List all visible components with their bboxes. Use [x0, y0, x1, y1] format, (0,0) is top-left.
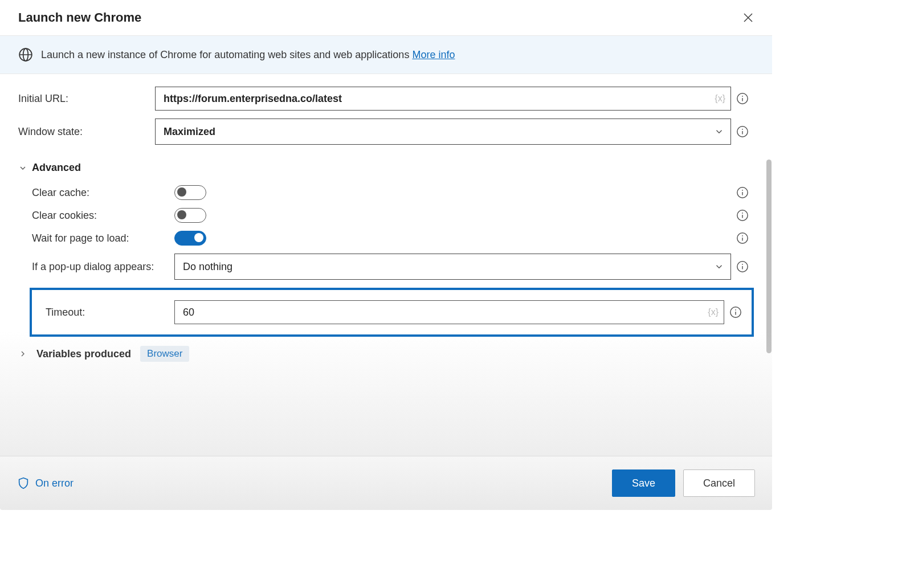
label-initial-url: Initial URL:	[18, 93, 155, 105]
window-state-value: Maximized	[164, 126, 215, 138]
scrollbar-thumb[interactable]	[766, 160, 772, 353]
close-button[interactable]	[738, 10, 758, 25]
row-timeout: Timeout: {x}	[46, 300, 747, 324]
row-popup-dialog: If a pop-up dialog appears: Do nothing	[32, 254, 754, 280]
info-icon[interactable]	[736, 186, 749, 199]
dialog-footer: On error Save Cancel	[0, 456, 772, 510]
shield-icon	[17, 477, 30, 489]
advanced-section-body: Clear cache: Clear cookies:	[18, 185, 754, 337]
on-error-label: On error	[35, 477, 74, 489]
label-timeout: Timeout:	[46, 307, 174, 318]
dialog-body: Initial URL: {x} Window state: Maximized	[0, 74, 772, 450]
info-icon[interactable]	[736, 92, 749, 105]
label-popup-dialog: If a pop-up dialog appears:	[32, 261, 174, 273]
svg-point-15	[742, 213, 743, 214]
row-clear-cookies: Clear cookies:	[32, 208, 754, 223]
svg-point-12	[742, 190, 743, 191]
label-clear-cache: Clear cache:	[32, 187, 174, 199]
info-banner-text: Launch a new instance of Chrome for auto…	[41, 49, 455, 61]
svg-point-18	[742, 235, 743, 236]
variable-chip-browser[interactable]: Browser	[140, 346, 189, 362]
dialog-titlebar: Launch new Chrome	[0, 0, 772, 35]
variables-produced-section[interactable]: Variables produced Browser	[18, 346, 754, 362]
popup-dialog-select[interactable]: Do nothing	[174, 254, 731, 280]
info-banner: Launch a new instance of Chrome for auto…	[0, 35, 772, 74]
form-area: Initial URL: {x} Window state: Maximized	[0, 74, 772, 373]
info-icon[interactable]	[736, 209, 749, 222]
close-icon	[743, 13, 753, 23]
wait-for-page-toggle[interactable]	[174, 231, 206, 246]
timeout-highlight: Timeout: {x}	[30, 288, 754, 337]
cancel-button[interactable]: Cancel	[683, 469, 755, 497]
info-icon[interactable]	[736, 232, 749, 244]
footer-buttons: Save Cancel	[612, 469, 755, 497]
initial-url-input[interactable]	[155, 87, 731, 111]
timeout-input[interactable]	[174, 300, 724, 324]
label-clear-cookies: Clear cookies:	[32, 210, 174, 222]
row-initial-url: Initial URL: {x}	[18, 87, 754, 111]
clear-cache-toggle[interactable]	[174, 185, 206, 200]
more-info-link[interactable]: More info	[412, 49, 455, 60]
dialog-title: Launch new Chrome	[18, 10, 141, 25]
advanced-section-toggle[interactable]: Advanced	[18, 162, 754, 174]
svg-point-24	[735, 309, 736, 311]
clear-cookies-toggle[interactable]	[174, 208, 206, 223]
label-window-state: Window state:	[18, 126, 155, 138]
chevron-down-icon	[18, 164, 27, 173]
save-button[interactable]: Save	[612, 469, 675, 497]
svg-point-6	[742, 96, 743, 97]
popup-dialog-value: Do nothing	[183, 261, 232, 273]
window-state-select[interactable]: Maximized	[155, 119, 731, 145]
advanced-section-label: Advanced	[32, 162, 81, 174]
chevron-right-icon	[18, 349, 27, 358]
label-wait-for-page: Wait for page to load:	[32, 232, 174, 244]
svg-point-9	[742, 129, 743, 130]
info-icon[interactable]	[736, 125, 749, 138]
row-clear-cache: Clear cache:	[32, 185, 754, 200]
svg-point-21	[742, 264, 743, 265]
globe-icon	[18, 47, 33, 62]
on-error-button[interactable]: On error	[17, 477, 74, 489]
row-window-state: Window state: Maximized	[18, 119, 754, 145]
info-icon[interactable]	[729, 306, 742, 318]
launch-chrome-dialog: Launch new Chrome Launch a new instance …	[0, 0, 772, 510]
row-wait-for-page: Wait for page to load:	[32, 231, 754, 246]
info-icon[interactable]	[736, 260, 749, 273]
scrollbar[interactable]	[765, 74, 772, 450]
info-banner-desc: Launch a new instance of Chrome for auto…	[41, 49, 412, 60]
variables-produced-label: Variables produced	[36, 348, 131, 360]
